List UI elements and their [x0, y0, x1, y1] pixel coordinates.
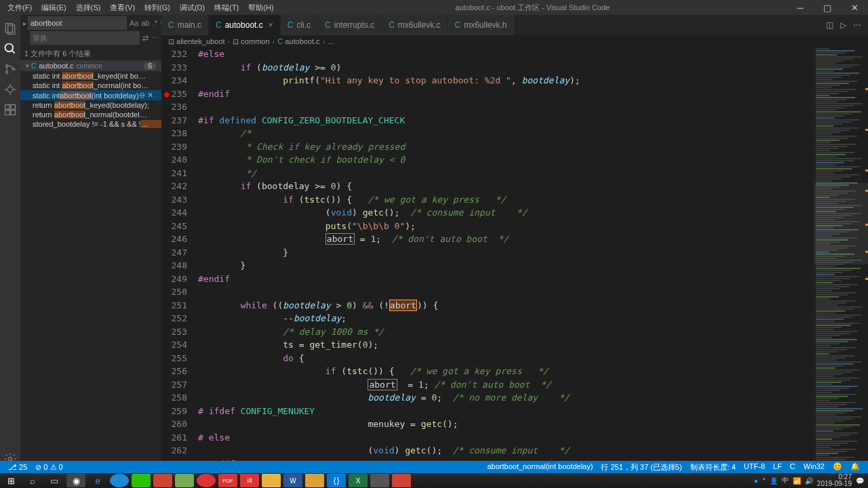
minimap[interactable]: [814, 47, 868, 473]
match-case-icon[interactable]: Aa: [130, 19, 138, 28]
explorer-icon[interactable]: [0, 18, 20, 39]
breadcrumb-item[interactable]: C autoboot.c: [277, 37, 319, 45]
replace-input[interactable]: [30, 31, 140, 45]
regex-icon[interactable]: .*: [153, 19, 157, 28]
more-actions-icon[interactable]: ⋯: [853, 20, 861, 30]
breadcrumb-item[interactable]: ...: [328, 37, 334, 45]
menu-item[interactable]: 转到(G): [140, 1, 175, 14]
menu-item[interactable]: 选择(S): [71, 1, 106, 14]
close-tab-icon[interactable]: ×: [269, 20, 273, 30]
breadcrumb-item[interactable]: ⊡ alientek_uboot: [168, 37, 225, 46]
close-button[interactable]: ✕: [841, 3, 868, 13]
app-rec[interactable]: [392, 474, 411, 487]
search-icon[interactable]: [0, 39, 20, 59]
menu-item[interactable]: 终端(T): [210, 1, 243, 14]
tray-people-icon[interactable]: 👤: [770, 477, 778, 485]
svg-line-3: [12, 51, 15, 54]
tray-date[interactable]: 2019-09-19: [817, 481, 852, 487]
start-button[interactable]: ⊞: [1, 474, 20, 487]
statusbar-item[interactable]: LF: [769, 462, 786, 472]
editor-tab[interactable]: Cinterrupts.c: [318, 15, 382, 35]
editor-tab[interactable]: Cautoboot.c×: [209, 15, 281, 35]
expand-chevron-icon[interactable]: ▸: [23, 20, 26, 27]
tab-label: mx6ullevk.h: [464, 20, 507, 30]
editor-body: 2322332342352362372382392402412422432442…: [161, 47, 868, 473]
tab-actions: ◫ ▷ ⋯: [826, 15, 868, 35]
taskbar-search-icon[interactable]: ⌕: [23, 474, 42, 487]
result-file-header[interactable]: ▾ C autoboot.c common 6: [20, 60, 161, 71]
search-result-line[interactable]: return abortboot_normal(bootdelay);: [20, 110, 161, 119]
app-dict[interactable]: 词: [240, 474, 259, 487]
menu-item[interactable]: 文件(F): [3, 1, 37, 14]
activity-bar: [0, 15, 20, 473]
tab-label: mx6ullevk.c: [398, 20, 441, 30]
app-camera[interactable]: ◉: [66, 474, 85, 487]
statusbar-item[interactable]: abortboot_normal(int bootdelay): [483, 462, 597, 472]
minimize-button[interactable]: ─: [787, 3, 814, 13]
sb-branch[interactable]: ⎇ 25: [4, 463, 31, 472]
breadcrumb[interactable]: ⊡ alientek_uboot›⊡ common›C autoboot.c›.…: [161, 35, 868, 47]
split-editor-icon[interactable]: ◫: [826, 20, 833, 30]
tab-label: main.c: [178, 20, 201, 30]
statusbar-item[interactable]: 行 251，列 37 (已选择5): [597, 462, 686, 472]
breadcrumb-item[interactable]: ⊡ common: [233, 37, 269, 46]
run-icon[interactable]: ▷: [840, 20, 846, 30]
line-numbers: 2322332342352362372382392402412422432442…: [161, 47, 198, 473]
statusbar-item[interactable]: Win32: [800, 462, 829, 472]
search-input[interactable]: [28, 16, 127, 30]
statusbar-item[interactable]: 😊: [829, 462, 846, 472]
menu-item[interactable]: 调试(D): [175, 1, 210, 14]
app-explorer[interactable]: [262, 474, 281, 487]
app-todesk[interactable]: [197, 474, 216, 487]
task-view-icon[interactable]: ▭: [45, 474, 64, 487]
result-dismiss-icon[interactable]: ⊖ ✕: [139, 91, 153, 100]
maximize-button[interactable]: ▢: [814, 3, 841, 13]
tray-network-icon[interactable]: 📶: [793, 477, 801, 485]
statusbar-item[interactable]: C: [786, 462, 800, 472]
menu-item[interactable]: 编辑(E): [37, 1, 71, 14]
minimap-viewport[interactable]: [814, 183, 868, 264]
statusbar-item[interactable]: 制表符长度: 4: [686, 462, 740, 472]
extensions-icon[interactable]: [0, 100, 20, 120]
source-control-icon[interactable]: [0, 59, 20, 79]
search-result-line[interactable]: static int abortboot_keyed(int bootdelay…: [20, 71, 161, 81]
replace-all-icon[interactable]: ⇄: [142, 34, 149, 43]
app-excel[interactable]: X: [349, 474, 368, 487]
app-calc[interactable]: [370, 474, 389, 487]
svg-rect-13: [11, 105, 16, 110]
code-content[interactable]: #else if (bootdelay >= 0) printf("Hit an…: [198, 47, 814, 473]
statusbar-item[interactable]: 🔔: [846, 462, 864, 472]
result-filename: autoboot.c: [39, 62, 73, 70]
search-result-line[interactable]: static int abortboot(int bootdelay)⊖ ✕: [20, 90, 161, 100]
notification-icon[interactable]: 💬: [856, 477, 864, 485]
editor-tab[interactable]: Cmx6ullevk.c: [382, 15, 448, 35]
search-summary: 1 文件中有 6 个结果: [20, 47, 161, 60]
app-vscode[interactable]: ⟨⟩: [327, 474, 346, 487]
debug-icon[interactable]: [0, 79, 20, 100]
sb-problems[interactable]: ⊘ 0 ⚠ 0: [31, 463, 66, 472]
whole-word-icon[interactable]: ab: [141, 19, 149, 28]
tray-skype-icon[interactable]: ●: [754, 477, 758, 485]
system-tray[interactable]: ● ˄ 👤 中 📶 🔊 0:27 2019-09-19 💬: [754, 474, 868, 487]
tray-volume-icon[interactable]: 🔊: [805, 477, 813, 485]
editor-tab[interactable]: Cmx6ullevk.h: [448, 15, 514, 35]
more-icon[interactable]: ⋯: [151, 34, 159, 43]
statusbar-item[interactable]: UTF-8: [740, 462, 769, 472]
search-result-line[interactable]: stored_bootdelay != -1 && s && !abortboo…: [20, 119, 161, 129]
app-pdf[interactable]: PDF: [218, 474, 237, 487]
menu-item[interactable]: 查看(V): [105, 1, 140, 14]
app-red[interactable]: [153, 474, 172, 487]
app-word[interactable]: W: [283, 474, 302, 487]
search-result-line[interactable]: return abortboot_keyed(bootdelay);: [20, 100, 161, 110]
tray-ime-icon[interactable]: 中: [782, 476, 789, 485]
editor-tab[interactable]: Ccli.c: [281, 15, 318, 35]
search-result-line[interactable]: static int abortboot_normal(int bootdela…: [20, 81, 161, 90]
tray-up-icon[interactable]: ˄: [762, 477, 766, 485]
app-icon[interactable]: [175, 474, 194, 487]
app-browser[interactable]: [110, 474, 129, 487]
app-note[interactable]: [305, 474, 324, 487]
app-wechat[interactable]: [132, 474, 151, 487]
editor-tab[interactable]: Cmain.c: [161, 15, 209, 35]
menu-item[interactable]: 帮助(H): [243, 1, 278, 14]
app-edge[interactable]: e: [88, 474, 107, 487]
